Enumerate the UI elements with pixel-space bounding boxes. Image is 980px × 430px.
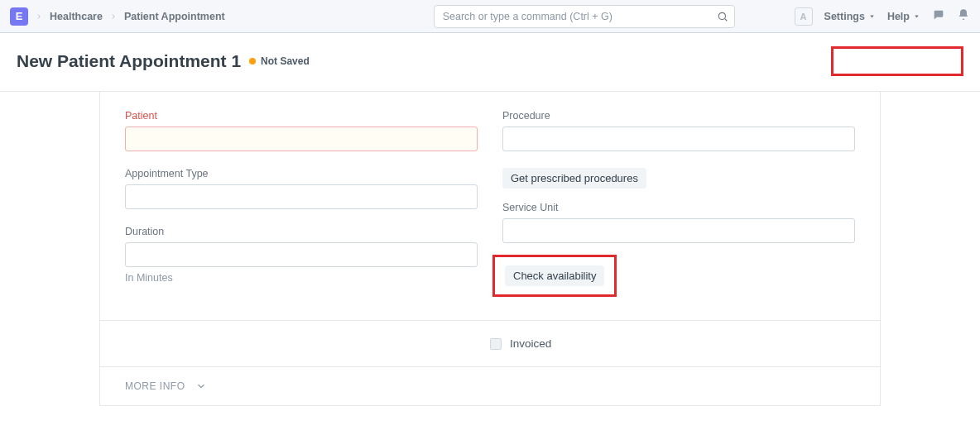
settings-menu[interactable]: Settings xyxy=(824,11,876,22)
settings-label: Settings xyxy=(824,11,865,22)
svg-marker-3 xyxy=(915,15,919,17)
help-menu[interactable]: Help xyxy=(887,11,920,22)
form-col-left: Patient Appointment Type Duration In Min… xyxy=(125,110,478,300)
page-title-wrap: New Patient Appointment 1 Not Saved xyxy=(17,51,310,71)
navbar-left: E Healthcare Patient Appointment xyxy=(10,7,225,26)
status-dot-icon xyxy=(249,58,256,64)
caret-down-icon xyxy=(868,12,876,20)
search-input[interactable] xyxy=(434,5,735,28)
page-header: New Patient Appointment 1 Not Saved xyxy=(0,33,980,92)
status-label: Not Saved xyxy=(261,55,310,67)
navbar-center xyxy=(285,5,735,28)
chevron-right-icon xyxy=(109,12,118,21)
label-duration: Duration xyxy=(125,226,478,237)
app-logo[interactable]: E xyxy=(10,7,28,26)
user-avatar[interactable]: A xyxy=(795,7,813,26)
invoiced-label: Invoiced xyxy=(510,337,551,350)
comments-icon[interactable] xyxy=(932,8,945,24)
chevron-right-icon xyxy=(35,12,43,21)
page-title: New Patient Appointment 1 xyxy=(17,51,241,71)
field-patient: Patient xyxy=(125,110,478,151)
navbar-right: A Settings Help xyxy=(795,7,970,26)
get-procedures-wrap: Get prescribed procedures xyxy=(502,168,855,189)
form-col-right: Procedure Get prescribed procedures Serv… xyxy=(502,110,855,300)
label-procedure: Procedure xyxy=(502,110,855,122)
global-search xyxy=(434,5,735,28)
bell-icon[interactable] xyxy=(957,8,970,24)
form-card: Patient Appointment Type Duration In Min… xyxy=(99,92,881,406)
check-availability-wrap: Check availability xyxy=(492,255,855,297)
field-appointment-type: Appointment Type xyxy=(125,168,478,209)
input-patient[interactable] xyxy=(125,127,478,151)
field-duration: Duration In Minutes xyxy=(125,226,478,284)
input-procedure[interactable] xyxy=(502,127,855,151)
help-label: Help xyxy=(887,11,910,22)
help-duration: In Minutes xyxy=(125,272,478,284)
checkbox-icon xyxy=(490,338,502,350)
label-patient: Patient xyxy=(125,110,478,122)
check-availability-button[interactable]: Check availability xyxy=(505,265,604,286)
svg-line-1 xyxy=(724,18,727,21)
form-section-main: Patient Appointment Type Duration In Min… xyxy=(100,92,880,320)
label-service-unit: Service Unit xyxy=(502,202,855,213)
highlight-box-header xyxy=(831,46,963,76)
breadcrumb-patient-appointment[interactable]: Patient Appointment xyxy=(124,11,225,22)
invoiced-checkbox-row[interactable]: Invoiced xyxy=(490,337,855,350)
field-procedure: Procedure xyxy=(502,110,855,151)
section-invoiced: Invoiced xyxy=(100,320,880,366)
search-icon xyxy=(717,11,728,22)
input-duration[interactable] xyxy=(125,242,478,267)
save-status: Not Saved xyxy=(249,55,310,67)
input-appointment-type[interactable] xyxy=(125,184,478,209)
more-info-label: More Info xyxy=(125,380,185,392)
input-service-unit[interactable] xyxy=(502,218,855,243)
more-info-section-toggle[interactable]: More Info xyxy=(100,366,880,406)
field-service-unit: Service Unit xyxy=(502,202,855,243)
svg-point-0 xyxy=(718,12,725,19)
label-appointment-type: Appointment Type xyxy=(125,168,478,179)
highlight-box-check-availability: Check availability xyxy=(492,255,617,297)
svg-marker-2 xyxy=(870,15,874,17)
caret-down-icon xyxy=(913,12,920,20)
chevron-down-icon xyxy=(195,380,207,392)
top-navbar: E Healthcare Patient Appointment A Setti… xyxy=(0,0,980,33)
get-prescribed-procedures-button[interactable]: Get prescribed procedures xyxy=(502,168,646,189)
breadcrumb-healthcare[interactable]: Healthcare xyxy=(50,11,103,22)
